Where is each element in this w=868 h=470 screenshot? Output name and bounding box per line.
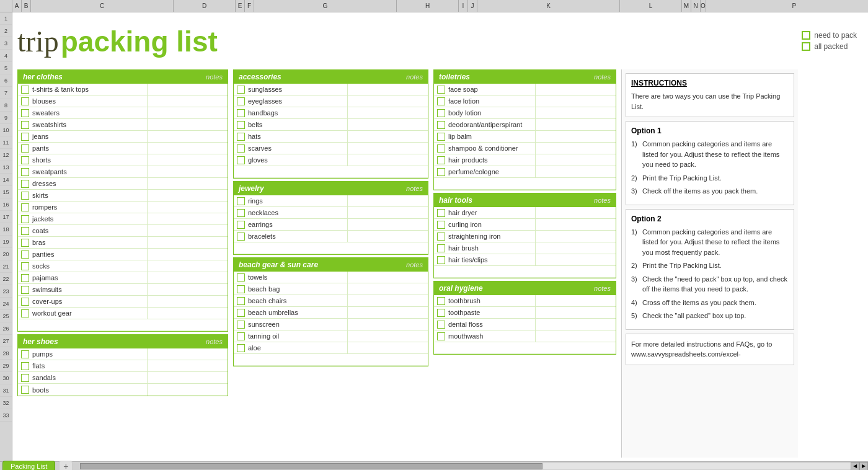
item-notes[interactable] [147, 225, 228, 236]
item-notes[interactable] [535, 84, 616, 95]
scroll-right-btn[interactable]: ▶ [859, 462, 868, 471]
item-checkbox[interactable] [21, 298, 29, 306]
item-notes[interactable] [347, 319, 428, 330]
item-checkbox[interactable] [237, 109, 245, 117]
item-checkbox[interactable] [237, 309, 245, 317]
item-notes[interactable] [347, 84, 428, 95]
item-checkbox[interactable] [237, 97, 245, 105]
item-notes[interactable] [347, 219, 428, 230]
item-notes[interactable] [147, 348, 228, 360]
item-notes[interactable] [147, 166, 228, 177]
item-checkbox[interactable] [437, 256, 445, 264]
item-notes[interactable] [147, 213, 228, 224]
item-checkbox[interactable] [437, 332, 445, 340]
item-notes[interactable] [147, 284, 228, 295]
item-notes[interactable] [535, 107, 616, 118]
item-notes[interactable] [347, 207, 428, 218]
item-notes[interactable] [347, 119, 428, 130]
item-checkbox[interactable] [437, 121, 445, 129]
item-notes[interactable] [535, 95, 616, 107]
item-checkbox[interactable] [237, 273, 245, 282]
item-checkbox[interactable] [237, 86, 245, 94]
item-notes[interactable] [535, 330, 616, 342]
item-checkbox[interactable] [21, 386, 29, 394]
item-checkbox[interactable] [237, 297, 245, 305]
item-notes[interactable] [147, 272, 228, 283]
item-checkbox[interactable] [237, 344, 245, 352]
item-notes[interactable] [147, 178, 228, 189]
item-checkbox[interactable] [21, 227, 29, 235]
item-notes[interactable] [147, 296, 228, 307]
item-checkbox[interactable] [437, 168, 445, 176]
item-notes[interactable] [347, 307, 428, 318]
item-checkbox[interactable] [21, 274, 29, 282]
item-notes[interactable] [147, 131, 228, 142]
item-checkbox[interactable] [21, 192, 29, 200]
item-checkbox[interactable] [237, 233, 245, 241]
item-notes[interactable] [347, 195, 428, 206]
item-notes[interactable] [347, 295, 428, 306]
item-checkbox[interactable] [237, 209, 245, 217]
item-notes[interactable] [535, 207, 616, 218]
all-packed-checkbox[interactable] [802, 42, 810, 51]
item-checkbox[interactable] [437, 309, 445, 317]
item-notes[interactable] [147, 143, 228, 154]
item-notes[interactable] [147, 384, 228, 396]
packing-list-tab[interactable]: Packing List [2, 461, 55, 471]
item-notes[interactable] [147, 237, 228, 248]
item-notes[interactable] [535, 166, 616, 177]
item-checkbox[interactable] [237, 285, 245, 293]
item-notes[interactable] [535, 307, 616, 318]
item-notes[interactable] [535, 295, 616, 306]
item-checkbox[interactable] [21, 203, 29, 211]
item-checkbox[interactable] [237, 197, 245, 205]
item-checkbox[interactable] [21, 374, 29, 382]
item-notes[interactable] [147, 308, 228, 319]
item-checkbox[interactable] [437, 144, 445, 153]
item-notes[interactable] [535, 154, 616, 166]
item-notes[interactable] [147, 260, 228, 272]
item-notes[interactable] [147, 202, 228, 213]
item-checkbox[interactable] [21, 262, 29, 270]
item-checkbox[interactable] [437, 86, 445, 94]
need-to-pack-checkbox[interactable] [802, 31, 810, 40]
item-checkbox[interactable] [437, 133, 445, 141]
item-checkbox[interactable] [237, 221, 245, 229]
item-notes[interactable] [347, 283, 428, 295]
item-checkbox[interactable] [21, 133, 29, 141]
item-checkbox[interactable] [21, 215, 29, 223]
item-notes[interactable] [535, 231, 616, 242]
item-checkbox[interactable] [21, 239, 29, 247]
item-checkbox[interactable] [437, 209, 445, 217]
item-notes[interactable] [347, 330, 428, 342]
item-checkbox[interactable] [21, 350, 29, 358]
item-checkbox[interactable] [437, 297, 445, 305]
item-checkbox[interactable] [237, 133, 245, 141]
item-checkbox[interactable] [437, 156, 445, 164]
item-checkbox[interactable] [21, 97, 29, 105]
item-notes[interactable] [347, 342, 428, 353]
item-notes[interactable] [147, 95, 228, 107]
item-notes[interactable] [347, 154, 428, 166]
item-checkbox[interactable] [21, 251, 29, 259]
item-notes[interactable] [535, 131, 616, 142]
item-checkbox[interactable] [237, 121, 245, 129]
item-notes[interactable] [147, 119, 228, 130]
item-checkbox[interactable] [437, 321, 445, 329]
item-notes[interactable] [347, 131, 428, 142]
item-checkbox[interactable] [21, 309, 29, 317]
item-checkbox[interactable] [21, 286, 29, 294]
item-checkbox[interactable] [237, 144, 245, 153]
item-checkbox[interactable] [21, 156, 29, 164]
item-checkbox[interactable] [437, 233, 445, 241]
item-checkbox[interactable] [21, 144, 29, 153]
item-notes[interactable] [347, 107, 428, 118]
item-checkbox[interactable] [21, 121, 29, 129]
item-notes[interactable] [535, 319, 616, 330]
item-notes[interactable] [535, 143, 616, 154]
item-checkbox[interactable] [21, 86, 29, 94]
item-checkbox[interactable] [437, 109, 445, 117]
item-notes[interactable] [347, 231, 428, 242]
item-notes[interactable] [147, 84, 228, 95]
item-checkbox[interactable] [21, 168, 29, 176]
